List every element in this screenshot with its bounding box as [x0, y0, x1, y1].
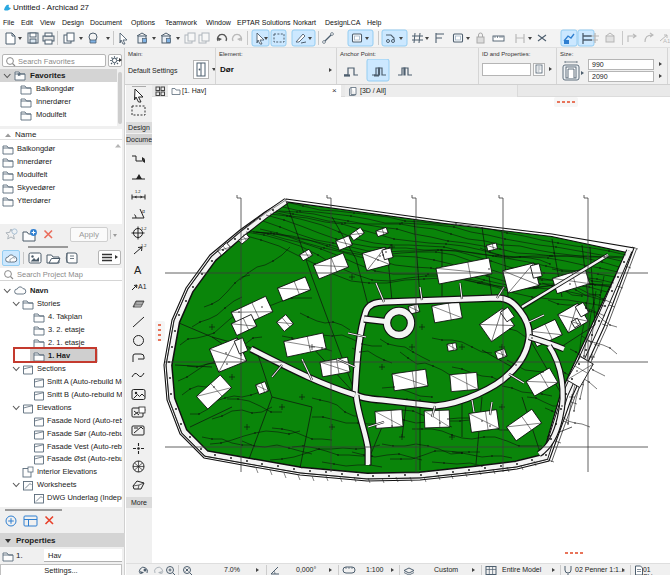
svg-text:A1: A1: [138, 283, 147, 290]
svg-text:α: α: [142, 208, 145, 214]
svg-text:1.2: 1.2: [141, 243, 147, 248]
svg-text:A: A: [134, 264, 142, 276]
svg-text:1.2: 1.2: [135, 189, 141, 194]
svg-text:1.2: 1.2: [141, 226, 147, 231]
